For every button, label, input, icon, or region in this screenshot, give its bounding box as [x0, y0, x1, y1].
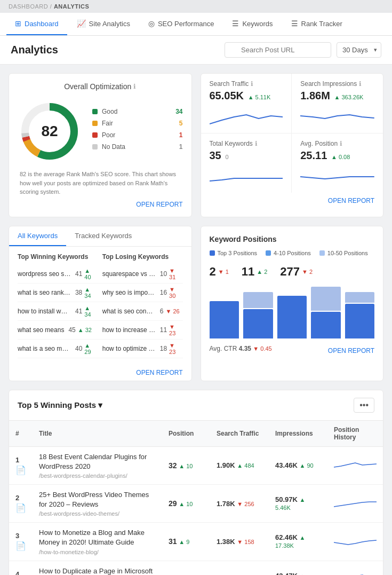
kw-winning-4: what seo means 45 ▲ 32	[18, 324, 98, 336]
optimization-open-report[interactable]: OPEN REPORT	[18, 201, 183, 208]
tab-seo-performance[interactable]: ◎ SEO Performance	[140, 13, 223, 35]
bar-dark-2	[243, 309, 273, 338]
row-sparkline	[327, 484, 383, 522]
breadcrumb: DASHBOARD / ANALYTICS	[0, 0, 392, 13]
fair-value: 5	[179, 120, 183, 127]
tab-all-keywords[interactable]: All Keywords	[9, 226, 66, 246]
tab-keywords-label: Keywords	[242, 20, 273, 28]
row-impressions: 43.47K ▲ 3.65K	[269, 561, 327, 575]
kw-losing-2: why seo is importan... 16 ▼ 30	[102, 286, 183, 299]
post-icon: 📄	[15, 503, 26, 513]
ctr-value: 4.35	[239, 345, 251, 352]
traffic-open-report[interactable]: OPEN REPORT	[201, 193, 383, 209]
site-analytics-icon: 📈	[77, 19, 86, 28]
optimization-title: Overall Optimization ℹ	[18, 82, 183, 91]
row-title: How to Duplicate a Page in Microsoft Wor…	[33, 561, 162, 575]
top-row: Overall Optimization ℹ	[9, 73, 383, 217]
tab-dashboard[interactable]: ⊞ Dashboard	[6, 13, 67, 35]
row-impressions: 50.97K ▲ 5.46K	[269, 484, 327, 522]
pos-stat-3: 277 ▼ 2	[280, 265, 313, 279]
row-position: 29 ▲ 10	[162, 484, 210, 522]
optimization-legend: Good 34 Fair 5 Poor 1 N	[92, 108, 183, 155]
bar-dark-4	[311, 312, 341, 338]
posts-more-button[interactable]: •••	[354, 398, 374, 413]
kw-losing-4: how to increase seo ... 11 ▼ 23	[102, 324, 183, 336]
pos-stat-1: 2 ▼ 1	[210, 265, 229, 279]
poor-value: 1	[179, 131, 183, 139]
posts-title[interactable]: Top 5 Winning Posts ▾	[18, 400, 102, 410]
days-select[interactable]: 30 Days 7 Days 90 Days	[337, 42, 381, 58]
row-position: 32 ▲ 10	[162, 446, 210, 484]
rank-tracker-icon: ☰	[291, 19, 298, 28]
row-sparkline	[327, 523, 383, 561]
col-impressions: Impressions	[269, 421, 327, 447]
tab-rank-tracker[interactable]: ☰ Rank Tracker	[283, 13, 351, 35]
kw-losing-1: squarespace vs wor... 10 ▼ 31	[102, 267, 183, 280]
positions-stats: 2 ▼ 1 11 ▲ 2 277 ▼ 2	[210, 265, 375, 279]
keywords-icon: ☰	[232, 19, 239, 28]
legend-item-good: Good 34	[92, 108, 183, 115]
legend-top3: Top 3 Positions	[210, 250, 258, 256]
legend-10-50-dot	[319, 250, 325, 256]
positions-card: Keyword Positions Top 3 Positions 4-10 P…	[201, 226, 384, 381]
optimization-description: 82 is the average Rank Math's SEO score.…	[18, 170, 183, 196]
ctr-row: Avg. CTR 4.35 ▼ 0.45 OPEN REPORT	[210, 343, 375, 355]
dashboard-icon: ⊞	[15, 19, 21, 28]
row-num: 4 📄	[9, 561, 33, 575]
post-icon: 📄	[15, 541, 26, 551]
row-title: 25+ Best WordPress Video Themes for 2020…	[33, 484, 162, 522]
bar-dark-3	[277, 296, 307, 338]
breadcrumb-separator: /	[50, 3, 52, 10]
posts-dropdown-icon: ▾	[98, 400, 102, 410]
row-traffic: 1.78K ▼ 256	[210, 484, 269, 522]
kw-open-report[interactable]: OPEN REPORT	[9, 365, 191, 381]
donut-chart: 82	[18, 99, 82, 163]
breadcrumb-dashboard[interactable]: DASHBOARD	[9, 3, 48, 10]
good-dot	[92, 109, 98, 114]
legend-item-poor: Poor 1	[92, 131, 183, 139]
kw-header-losing: Top Losing Keywords	[102, 253, 183, 261]
posts-table-body: 1 📄 18 Best Event Calendar Plugins for W…	[9, 446, 383, 575]
keywords-info-icon: ℹ	[255, 140, 258, 147]
keywords-card: All Keywords Tracked Keywords Top Winnin…	[9, 226, 192, 381]
bar-group-1	[210, 301, 239, 338]
col-num: #	[9, 421, 33, 447]
tab-keywords[interactable]: ☰ Keywords	[223, 13, 281, 35]
pos-stat-2: 11 ▲ 2	[242, 265, 268, 279]
bar-light-2	[243, 292, 273, 308]
bar-dark-1	[210, 301, 239, 338]
traffic-info-icon: ℹ	[251, 80, 253, 88]
metric-search-traffic: Search Traffic ℹ 65.05K ▲ 5.11K	[201, 74, 292, 133]
nav-tabs: ⊞ Dashboard 📈 Site Analytics ◎ SEO Perfo…	[0, 13, 392, 36]
bar-group-2	[243, 292, 273, 338]
metric-label-avg-position: Avg. Position ℹ	[300, 140, 374, 147]
row-impressions: 62.46K ▲ 17.38K	[269, 523, 327, 561]
metrics-grid: Search Traffic ℹ 65.05K ▲ 5.11K	[201, 74, 383, 193]
kw-losing-5: how to optimize seo 18 ▼ 23	[102, 342, 183, 355]
row-position: 31 ▲ 9	[162, 523, 210, 561]
positions-legend: Top 3 Positions 4-10 Positions 10-50 Pos…	[210, 250, 375, 256]
nodata-value: 1	[179, 143, 183, 151]
positions-open-report[interactable]: OPEN REPORT	[328, 347, 374, 355]
legend-10-50: 10-50 Positions	[319, 250, 368, 256]
ctr-info: Avg. CTR 4.35 ▼ 0.45	[210, 345, 272, 352]
kw-losing-3: what is seo consulting 6 ▼ 26	[102, 305, 183, 318]
kw-row: what is a seo mana... 40 ▲ 29 how to opt…	[18, 340, 183, 358]
row-traffic: 3.68K ▲ 1.04K	[210, 561, 269, 575]
kw-headers: Top Winning Keywords Top Losing Keywords	[18, 253, 183, 261]
tab-tracked-keywords[interactable]: Tracked Keywords	[66, 226, 140, 246]
row-num: 1 📄	[9, 446, 33, 484]
search-input[interactable]	[225, 42, 331, 58]
metric-value-keywords: 35 0	[210, 149, 283, 162]
tab-rank-tracker-label: Rank Tracker	[301, 20, 342, 28]
posts-table-head: # Title Position Search Traffic Impressi…	[9, 421, 383, 447]
row-sparkline	[327, 446, 383, 484]
metric-total-keywords: Total Keywords ℹ 35 0	[201, 133, 292, 193]
posts-card: Top 5 Winning Posts ▾ ••• # Title Positi…	[9, 390, 383, 576]
row-traffic: 1.90K ▲ 484	[210, 446, 269, 484]
traffic-card: Search Traffic ℹ 65.05K ▲ 5.11K	[201, 73, 384, 217]
tab-site-analytics[interactable]: 📈 Site Analytics	[68, 13, 139, 35]
kw-row: wordpress seo servi... 41 ▲ 40 squarespa…	[18, 265, 183, 283]
search-wrapper: 🔍	[225, 42, 331, 58]
optimization-card: Overall Optimization ℹ	[9, 73, 192, 217]
